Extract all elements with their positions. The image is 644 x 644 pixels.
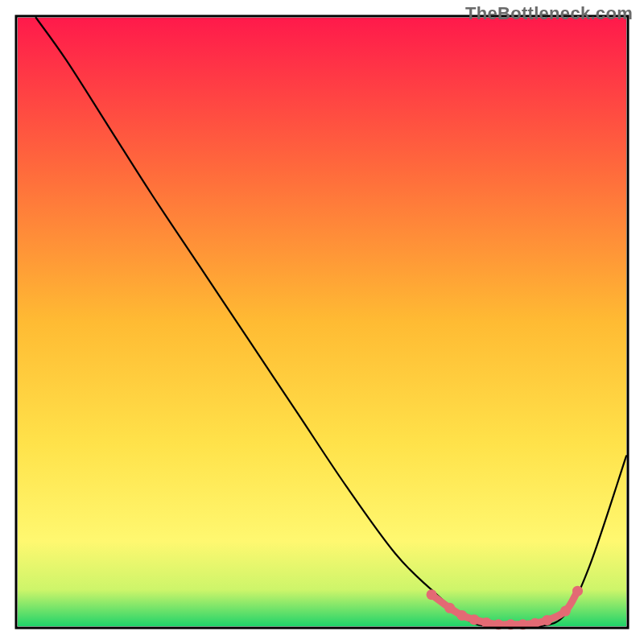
optimal-range-dot bbox=[427, 589, 437, 600]
optimal-range-dot bbox=[456, 610, 467, 621]
optimal-range-dot bbox=[572, 586, 583, 597]
bottleneck-chart bbox=[0, 0, 644, 644]
optimal-range-dot bbox=[560, 606, 571, 617]
optimal-range-dot bbox=[444, 603, 455, 613]
chart-container: TheBottleneck.com bbox=[0, 0, 644, 644]
optimal-range-dot bbox=[469, 614, 480, 625]
watermark-text: TheBottleneck.com bbox=[465, 3, 633, 24]
optimal-range-dot bbox=[542, 615, 552, 625]
chart-background bbox=[18, 18, 626, 626]
optimal-range-dot bbox=[481, 617, 492, 628]
